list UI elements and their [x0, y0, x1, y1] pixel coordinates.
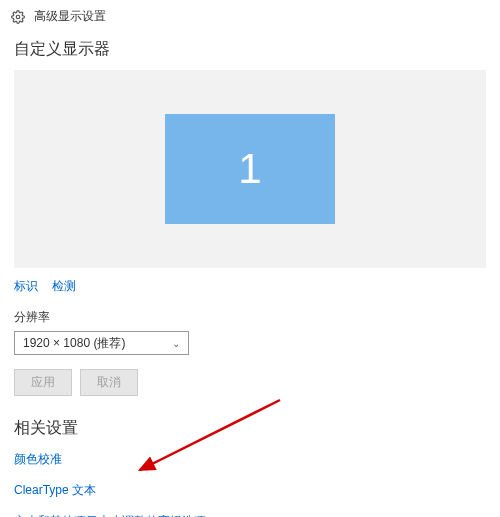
resolution-label: 分辨率: [14, 309, 486, 326]
monitor-preview-area: 1: [14, 70, 486, 268]
window-title: 高级显示设置: [34, 8, 106, 25]
resolution-value: 1920 × 1080 (推荐): [23, 335, 125, 352]
monitor-links-row: 标识 检测: [14, 278, 486, 295]
scaling-advanced-link[interactable]: 文本和其他项目大小调整的高级选项: [14, 513, 486, 517]
resolution-select[interactable]: 1920 × 1080 (推荐) ⌄: [14, 331, 189, 355]
gear-icon: [10, 9, 26, 25]
apply-button[interactable]: 应用: [14, 369, 72, 396]
detect-link[interactable]: 检测: [52, 278, 76, 295]
chevron-down-icon: ⌄: [172, 338, 180, 349]
action-buttons-row: 应用 取消: [14, 369, 486, 396]
monitor-tile-1[interactable]: 1: [165, 114, 335, 224]
cleartype-text-link[interactable]: ClearType 文本: [14, 482, 486, 499]
customize-display-heading: 自定义显示器: [14, 39, 486, 60]
monitor-number: 1: [238, 145, 261, 193]
svg-point-0: [16, 15, 20, 19]
related-settings-heading: 相关设置: [14, 418, 486, 439]
color-calibration-link[interactable]: 颜色校准: [14, 451, 486, 468]
window-header: 高级显示设置: [0, 0, 500, 33]
cancel-button[interactable]: 取消: [80, 369, 138, 396]
identify-link[interactable]: 标识: [14, 278, 38, 295]
